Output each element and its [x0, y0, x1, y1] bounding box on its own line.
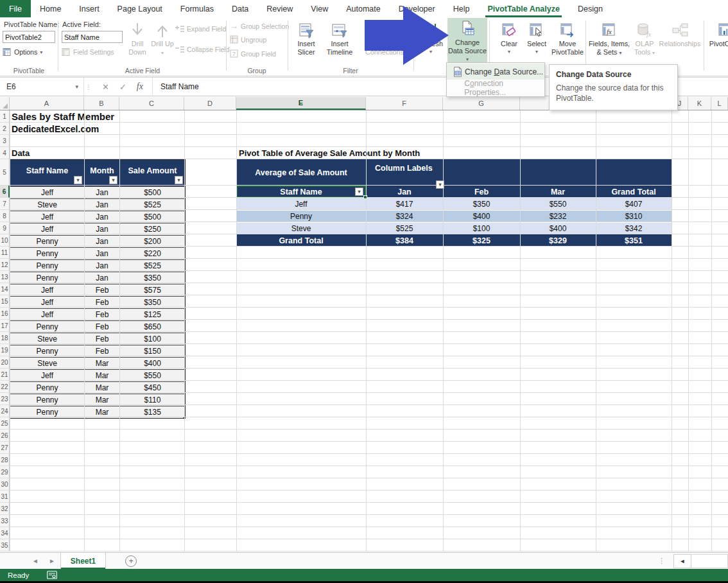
grand-total-cell[interactable]: $351 — [596, 234, 672, 247]
row-header-23[interactable]: 23 — [0, 393, 10, 405]
new-sheet-icon[interactable]: + — [125, 555, 137, 567]
pivot-column-header-jan[interactable]: Jan — [366, 186, 443, 198]
horizontal-scrollbar[interactable] — [691, 554, 728, 568]
row-header-11[interactable]: 11 — [0, 247, 10, 259]
row-header-3[interactable]: 3 — [0, 135, 10, 147]
selected-cell-staff-name[interactable]: Staff Name ▾ — [236, 186, 366, 198]
pivotchart-button[interactable]: PivotChart — [706, 19, 728, 48]
tab-pivottable-analyze[interactable]: PivotTable Analyze — [478, 0, 569, 17]
column-labels-filter-icon[interactable]: ▾ — [436, 180, 444, 189]
row-header-27[interactable]: 27 — [0, 442, 10, 454]
row-header-17[interactable]: 17 — [0, 320, 10, 332]
active-field-input[interactable] — [62, 31, 123, 43]
pivot-column-header-grand-total[interactable]: Grand Total — [596, 186, 672, 198]
tab-automate[interactable]: Automate — [337, 0, 390, 17]
tab-file[interactable]: File — [0, 0, 31, 17]
row-header-28[interactable]: 28 — [0, 454, 10, 466]
row-header-1[interactable]: 1 — [0, 110, 10, 123]
row-header-14[interactable]: 14 — [0, 283, 10, 295]
column-header-c[interactable]: C — [119, 97, 184, 110]
table-column-header-month[interactable]: Month▾ — [85, 160, 120, 186]
filter-dropdown-icon[interactable]: ▾ — [109, 176, 117, 184]
column-header-e[interactable]: E — [236, 97, 366, 110]
insert-slicer-button[interactable]: Insert Slicer — [291, 19, 321, 56]
row-header-5[interactable]: 5 — [0, 159, 10, 186]
fields-items-sets-button[interactable]: fx Fields, Items, & Sets ▾ — [588, 19, 630, 56]
move-pivottable-button[interactable]: Move PivotTable — [551, 19, 584, 56]
sheet-nav-left-icon[interactable]: ◄ — [0, 553, 44, 569]
row-header-20[interactable]: 20 — [0, 356, 10, 369]
tab-view[interactable]: View — [302, 0, 337, 17]
select-button[interactable]: Select ▾ — [524, 19, 550, 55]
hscroll-left-icon[interactable]: ◄ — [673, 554, 691, 568]
tab-page-layout[interactable]: Page Layout — [108, 0, 171, 17]
tab-help[interactable]: Help — [444, 0, 479, 17]
pivot-cell[interactable]: $342 — [596, 223, 672, 234]
tab-data[interactable]: Data — [223, 0, 257, 17]
row-header-22[interactable]: 22 — [0, 381, 10, 393]
pivot-row-label[interactable]: Jeff — [236, 198, 366, 210]
column-header-d[interactable]: D — [184, 97, 236, 110]
row-header-31[interactable]: 31 — [0, 491, 10, 503]
table-column-header-staff-name[interactable]: Staff Name▾ — [10, 160, 85, 186]
row-header-9[interactable]: 9 — [0, 222, 10, 234]
insert-timeline-button[interactable]: Insert Timeline — [323, 19, 356, 56]
tab-review[interactable]: Review — [257, 0, 302, 17]
grand-total-label-cell[interactable]: Grand Total — [236, 234, 366, 247]
column-header-a[interactable]: A — [10, 97, 84, 110]
pivot-column-header-mar[interactable]: Mar — [520, 186, 596, 198]
select-all-corner[interactable] — [0, 97, 10, 110]
row-header-21[interactable]: 21 — [0, 369, 10, 381]
sheet-subtitle-cell[interactable]: DedicatedExcel.com — [12, 124, 99, 134]
row-header-19[interactable]: 19 — [0, 344, 10, 356]
clear-button[interactable]: Clear ▾ — [496, 19, 523, 55]
tab-home[interactable]: Home — [31, 0, 70, 17]
splitter-handle[interactable]: ⋮ — [658, 557, 666, 565]
pivot-cell[interactable]: $350 — [443, 198, 520, 210]
row-header-25[interactable]: 25 — [0, 417, 10, 430]
pivot-cell[interactable]: $232 — [520, 211, 596, 222]
row-header-12[interactable]: 12 — [0, 259, 10, 271]
row-header-24[interactable]: 24 — [0, 405, 10, 417]
row-header-6[interactable]: 6 — [0, 186, 10, 198]
sheet-title-cell[interactable]: Sales by Staff Member — [12, 111, 114, 122]
filter-dropdown-icon[interactable]: ▾ — [74, 176, 82, 184]
formula-bar-handle[interactable]: ⋮ — [83, 78, 93, 96]
pivot-title-cell[interactable]: Pivot Table of Average Sale Amount by Mo… — [239, 148, 420, 158]
grand-total-cell[interactable]: $329 — [520, 234, 596, 247]
column-header-k[interactable]: K — [688, 97, 711, 110]
pivot-cell[interactable]: $324 — [366, 211, 443, 222]
row-header-26[interactable]: 26 — [0, 430, 10, 442]
row-header-2[interactable]: 2 — [0, 123, 10, 135]
filter-dropdown-icon[interactable]: ▾ — [175, 176, 183, 184]
pivot-row-label[interactable]: Penny — [236, 211, 366, 222]
tab-design[interactable]: Design — [569, 0, 612, 17]
grand-total-cell[interactable]: $384 — [366, 234, 443, 247]
row-header-7[interactable]: 7 — [0, 198, 10, 210]
insert-function-icon[interactable]: fx — [137, 82, 143, 92]
row-header-35[interactable]: 35 — [0, 539, 10, 552]
options-button[interactable]: Options ▾ — [3, 48, 42, 57]
row-header-34[interactable]: 34 — [0, 527, 10, 539]
row-header-10[interactable]: 10 — [0, 234, 10, 247]
column-header-f[interactable]: F — [366, 97, 443, 110]
tab-formulas[interactable]: Formulas — [171, 0, 223, 17]
pivot-value-header-cell[interactable]: Average of Sale Amount — [236, 159, 366, 186]
pivot-column-labels-cell[interactable]: Column Labels ▾ — [366, 159, 443, 186]
pivot-cell[interactable]: $525 — [366, 223, 443, 234]
pivot-column-header-feb[interactable]: Feb — [443, 186, 520, 198]
pivot-cell[interactable]: $100 — [443, 223, 520, 234]
grand-total-cell[interactable]: $325 — [443, 234, 520, 247]
pivot-row-label[interactable]: Steve — [236, 223, 366, 234]
chevron-down-icon[interactable]: ▾ — [75, 83, 78, 90]
column-header-l[interactable]: L — [711, 97, 728, 110]
pivot-cell[interactable]: $400 — [520, 223, 596, 234]
row-header-8[interactable]: 8 — [0, 210, 10, 222]
refresh-button[interactable]: Refresh ▾ — [416, 19, 446, 55]
pivot-cell[interactable]: $550 — [520, 198, 596, 210]
row-header-32[interactable]: 32 — [0, 503, 10, 515]
pivot-cell[interactable]: $417 — [366, 198, 443, 210]
row-header-16[interactable]: 16 — [0, 308, 10, 320]
cancel-icon[interactable]: ✕ — [102, 82, 109, 92]
pivot-cell[interactable]: $407 — [596, 198, 672, 210]
